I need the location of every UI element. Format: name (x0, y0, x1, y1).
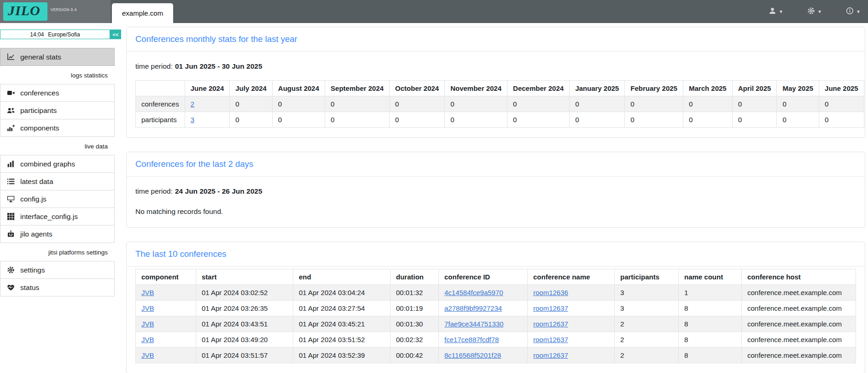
cell: 0 (683, 112, 732, 128)
last10-conferences-card: The last 10 conferences component start … (126, 242, 865, 373)
cell: 0 (390, 96, 445, 112)
column-header: end (293, 269, 390, 285)
sidebar-item-latest-data[interactable]: latest data (0, 172, 115, 190)
settings-menu[interactable]: ▾ (807, 7, 821, 17)
sidebar-collapse-button[interactable]: << (110, 30, 121, 39)
cell: conference.meet.example.com (742, 332, 856, 348)
conference-name-link[interactable]: room12637 (533, 336, 568, 343)
column-header: January 2025 (570, 81, 625, 96)
sidebar-section-live-data: live data (0, 137, 108, 155)
cell: 0 (732, 96, 777, 112)
conference-id-link[interactable]: a2788f9bf9927234 (444, 304, 502, 312)
topbar: JILO VERSION 0.4 example.com ▾ ▾ ▾ (0, 0, 868, 23)
info-menu[interactable]: ▾ (846, 7, 860, 17)
platform-tab[interactable]: example.com (112, 3, 173, 23)
gear-icon (807, 7, 815, 17)
sidebar-item-label: general stats (20, 53, 61, 61)
sidebar-section-jitsi-platforms-settings: jitsi platforms settings (0, 243, 108, 261)
bar-chart-icon (6, 160, 15, 168)
last10-conferences-title[interactable]: The last 10 conferences (135, 249, 226, 259)
sidebar-item-conferences[interactable]: conferences (0, 84, 115, 102)
component-link[interactable]: JVB (141, 320, 154, 328)
conference-name-link[interactable]: room12636 (533, 289, 568, 296)
cell: 0 (819, 112, 864, 128)
cell: room12636 (528, 285, 615, 301)
cell: 0 (325, 96, 390, 112)
clock-timezone: Europe/Sofia (48, 31, 80, 38)
conference-name-link[interactable]: room12637 (533, 304, 568, 312)
user-menu[interactable]: ▾ (769, 7, 782, 17)
card-header: Conferences for the last 2 days (127, 152, 865, 177)
cell: 01 Apr 2024 03:45:21 (293, 316, 390, 332)
time-period-value: 24 Jun 2025 - 26 Jun 2025 (175, 187, 262, 195)
sidebar-item-components[interactable]: components (0, 119, 115, 137)
users-icon (6, 107, 15, 114)
cell: 0 (819, 96, 864, 112)
chevron-down-icon: ▾ (818, 9, 821, 14)
table-row: JVB 01 Apr 2024 03:26:35 01 Apr 2024 03:… (136, 301, 856, 316)
time-period-label: time period: (135, 62, 173, 70)
app-version: VERSION 0.4 (51, 7, 77, 12)
sidebar-item-config-js[interactable]: config.js (0, 190, 115, 208)
card-header: Conferences monthly stats for the last y… (127, 27, 865, 52)
cell: 00:01:32 (390, 285, 439, 301)
sidebar-item-jilo-agents[interactable]: jilo agents (0, 225, 115, 243)
topbar-menus: ▾ ▾ ▾ (769, 0, 868, 23)
cell: JVB (136, 285, 196, 301)
component-link[interactable]: JVB (141, 289, 154, 296)
column-header: March 2025 (683, 81, 732, 96)
column-header: May 2025 (777, 81, 819, 96)
cell: 4c14584fce9a5970 (439, 285, 528, 301)
cell: JVB (136, 316, 196, 332)
table-row: JVB 01 Apr 2024 03:51:57 01 Apr 2024 03:… (136, 348, 856, 363)
table-header-row: component start end duration conference … (136, 269, 856, 285)
topbar-left: JILO VERSION 0.4 (0, 0, 111, 23)
conference-id-link[interactable]: fce17ce887fcdf78 (444, 336, 499, 343)
table-row: JVB 01 Apr 2024 03:02:52 01 Apr 2024 03:… (136, 285, 856, 301)
desktop-icon (6, 195, 15, 203)
cell: 01 Apr 2024 03:51:52 (293, 332, 390, 348)
component-link[interactable]: JVB (141, 336, 154, 343)
participants-count-link[interactable]: 3 (191, 116, 194, 124)
conference-name-link[interactable]: room12637 (533, 320, 568, 328)
table-row: JVB 01 Apr 2024 03:49:20 01 Apr 2024 03:… (136, 332, 856, 348)
chevron-down-icon: ▾ (780, 9, 782, 14)
sidebar-item-combined-graphs[interactable]: combined graphs (0, 155, 115, 173)
row-label: participants (136, 112, 185, 128)
chevron-down-icon: ▾ (857, 9, 860, 14)
card-body: component start end duration conference … (127, 266, 865, 373)
cell: 0 (777, 96, 819, 112)
cell: 3 (185, 112, 230, 128)
cell: 0 (570, 112, 625, 128)
cell: 0 (777, 112, 819, 128)
conferences-count-link[interactable]: 2 (191, 100, 194, 108)
conference-id-link[interactable]: 8c116568f5201f28 (444, 351, 501, 359)
component-link[interactable]: JVB (141, 304, 154, 312)
cell: 0 (625, 96, 683, 112)
sidebar-item-interface-config-js[interactable]: interface_config.js (0, 207, 115, 225)
cell: 01 Apr 2024 03:43:51 (196, 316, 293, 332)
cell: 0 (570, 96, 625, 112)
heart-pulse-icon (6, 284, 15, 291)
sidebar-item-participants[interactable]: participants (0, 101, 115, 119)
sidebar-item-label: interface_config.js (20, 213, 78, 221)
table-header-row: June 2024 July 2024 August 2024 Septembe… (136, 81, 864, 96)
info-icon (846, 7, 854, 17)
sidebar-item-status[interactable]: status (0, 278, 115, 296)
sidebar-item-label: latest data (20, 178, 53, 186)
time-period: time period:01 Jun 2025 - 30 Jun 2025 (135, 62, 856, 71)
conference-id-link[interactable]: 7fae9ce344751330 (444, 320, 503, 328)
app-logo[interactable]: JILO (3, 2, 47, 21)
cell: 0 (445, 112, 507, 128)
monthly-stats-title[interactable]: Conferences monthly stats for the last y… (135, 34, 297, 44)
component-link[interactable]: JVB (141, 351, 154, 359)
last10-conferences-table: component start end duration conference … (135, 269, 856, 363)
sidebar-item-label: status (20, 284, 39, 292)
conference-id-link[interactable]: 4c14584fce9a5970 (444, 289, 503, 296)
sidebar-item-settings[interactable]: settings (0, 261, 115, 279)
cell: 8 (679, 332, 742, 348)
conference-name-link[interactable]: room12637 (533, 351, 568, 359)
column-header: conference host (742, 269, 856, 285)
recent-conferences-title[interactable]: Conferences for the last 2 days (135, 159, 253, 169)
sidebar-item-general-stats[interactable]: general stats (0, 48, 115, 66)
